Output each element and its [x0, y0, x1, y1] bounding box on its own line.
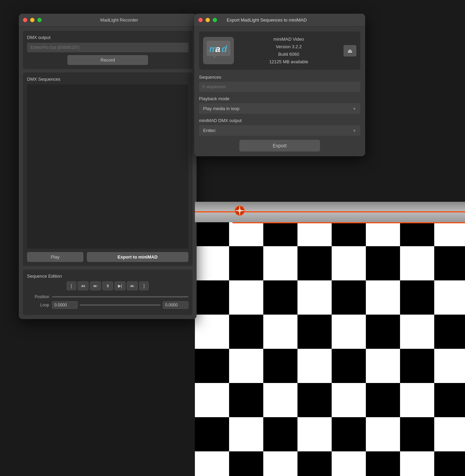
seq-start-bracket[interactable]: [	[67, 281, 76, 290]
loop-row: Loop	[27, 301, 188, 309]
sequences-input	[199, 82, 360, 92]
sequences-label: Sequences	[199, 75, 360, 80]
recorder-window-title: MadLight Recorder	[46, 17, 192, 23]
svg-marker-8	[213, 56, 216, 59]
seq-next-step[interactable]: ▶|	[115, 281, 125, 290]
svg-text:d: d	[222, 44, 227, 54]
export-maximize-button[interactable]	[213, 18, 217, 22]
cursor-icon	[234, 205, 245, 216]
traffic-lights	[23, 18, 42, 22]
dmx-output-dropdown[interactable]: Enttec ▼	[199, 125, 360, 136]
sequence-edition-label: Sequence Edition	[27, 274, 188, 279]
minimad-version: Version 3.2.2	[239, 43, 339, 51]
playback-mode-value: Play media in loop	[203, 106, 239, 111]
checkerboard-bg	[195, 212, 465, 476]
export-minimize-button[interactable]	[205, 18, 210, 22]
sequences-list	[27, 84, 188, 249]
recorder-titlebar: MadLight Recorder	[19, 14, 197, 27]
loop-spacer	[80, 304, 161, 306]
recorder-body: DMX output Record DMX Sequences Play Exp…	[19, 27, 197, 319]
minimad-device-info: miniMAD Video Version 3.2.2 Build 6060 1…	[239, 36, 339, 66]
playback-mode-arrow-icon: ▼	[353, 107, 356, 111]
export-close-button[interactable]	[198, 18, 203, 22]
dmx-device-input[interactable]	[27, 43, 188, 52]
loop-label: Loop	[27, 303, 49, 307]
svg-text:a: a	[215, 44, 220, 54]
sequences-btn-row: Play Export to miniMAD	[27, 252, 188, 262]
export-traffic-lights	[198, 18, 217, 22]
export-titlebar: Export MadLight Sequences to miniMAD	[194, 14, 365, 27]
export-button[interactable]: Export	[239, 140, 320, 151]
seq-pause[interactable]: ⏸	[102, 281, 113, 290]
record-button[interactable]: Record	[67, 55, 148, 65]
dmx-output-label: DMX output	[27, 35, 188, 40]
loop-start-input[interactable]	[52, 301, 78, 309]
minimad-build: Build 6060	[239, 51, 339, 58]
red-line-2	[232, 222, 465, 223]
dmx-output-value: Enttec	[203, 128, 216, 133]
sequence-edition-section: Sequence Edition [ ⏮ ⏭ ⏸ ▶| ⏭ ] Position…	[23, 269, 192, 315]
loop-end-input[interactable]	[163, 301, 188, 309]
maximize-button[interactable]	[37, 18, 42, 22]
position-row: Position	[27, 294, 188, 299]
dmx-sequences-label: DMX Sequences	[27, 77, 188, 82]
export-body: m a d miniMAD Video Version 3.2.2 Build …	[194, 27, 365, 156]
recorder-window: MadLight Recorder DMX output Record DMX …	[19, 14, 197, 319]
minimad-logo: m a d	[207, 41, 230, 61]
play-button[interactable]: Play	[27, 252, 83, 262]
seq-end-bracket[interactable]: ]	[139, 281, 149, 290]
minimad-dmx-label: miniMAD DMX output	[199, 118, 360, 123]
dmx-output-arrow-icon: ▼	[353, 129, 356, 133]
export-window: Export MadLight Sequences to miniMAD m a…	[194, 14, 365, 156]
playback-mode-dropdown[interactable]: Play media in loop ▼	[199, 103, 360, 114]
dmx-sequences-section: DMX Sequences Play Export to miniMAD	[23, 72, 192, 266]
minimad-logo-box: m a d	[203, 37, 234, 64]
minimad-storage: 12125 MB available	[239, 58, 339, 66]
playback-mode-label: Playback mode	[199, 96, 360, 101]
export-to-minimad-button[interactable]: Export to miniMAD	[87, 252, 188, 262]
eject-button[interactable]: ⏏	[344, 45, 356, 56]
dmx-output-section: DMX output Record	[23, 31, 192, 69]
close-button[interactable]	[23, 18, 27, 22]
seq-prev-step[interactable]: ⏭	[90, 281, 101, 290]
minimad-header: m a d miniMAD Video Version 3.2.2 Build …	[199, 31, 360, 70]
export-window-title: Export MadLight Sequences to miniMAD	[227, 17, 307, 23]
minimize-button[interactable]	[30, 18, 35, 22]
seq-prev-frame[interactable]: ⏮	[78, 281, 89, 290]
seq-next-frame[interactable]: ⏭	[127, 281, 138, 290]
position-slider[interactable]	[52, 296, 188, 298]
sequence-controls: [ ⏮ ⏭ ⏸ ▶| ⏭ ]	[27, 281, 188, 290]
minimad-name: miniMAD Video	[239, 36, 339, 43]
position-label: Position	[27, 294, 49, 299]
